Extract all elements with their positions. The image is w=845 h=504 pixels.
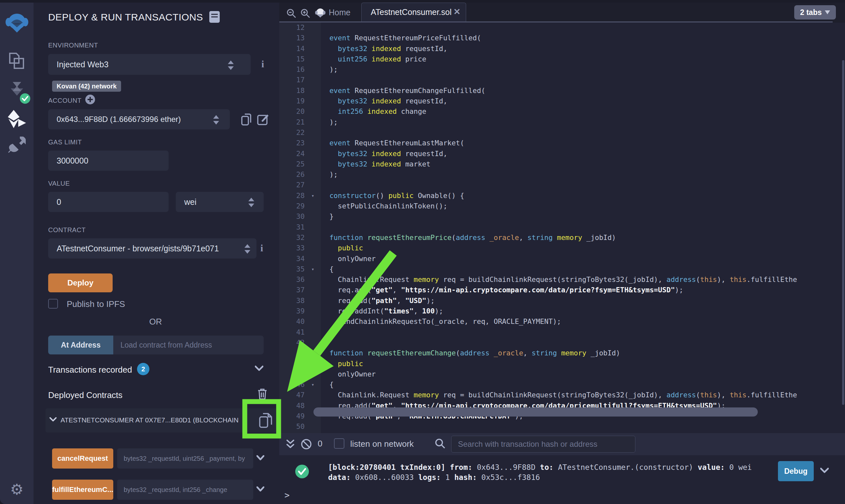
or-divider: OR bbox=[48, 317, 263, 327]
account-select[interactable]: 0x643...9F88D (1.666673996 ether) bbox=[48, 109, 230, 129]
at-address-button[interactable]: At Address bbox=[48, 336, 113, 355]
gas-limit-input[interactable]: 3000000 bbox=[48, 150, 169, 171]
copy-contract-address-icon[interactable] bbox=[258, 412, 273, 430]
contract-label: CONTRACT bbox=[48, 226, 86, 234]
collapse-terminal-double-chevron-icon[interactable] bbox=[286, 439, 295, 451]
code-line: 25 bytes32 indexed market bbox=[279, 159, 797, 169]
editor-horizontal-scrollbar[interactable] bbox=[313, 408, 758, 416]
cancel-request-button[interactable]: cancelRequest bbox=[52, 448, 113, 469]
at-address-input[interactable]: Load contract from Address bbox=[113, 336, 264, 355]
tab-active-file[interactable]: ATestnetConsumer.sol ✕ bbox=[361, 3, 466, 22]
code-line: 23 event RequestEthereumLastMarket( bbox=[279, 138, 797, 148]
terminal-search-icon bbox=[435, 438, 445, 450]
panel-title: DEPLOY & RUN TRANSACTIONS bbox=[48, 12, 203, 23]
publish-ipfs-label: Publish to IPFS bbox=[67, 299, 125, 309]
terminal-prompt[interactable]: > bbox=[284, 490, 290, 500]
value-amount: 0 bbox=[57, 197, 61, 207]
tab-home[interactable]: Home bbox=[329, 8, 350, 17]
compile-success-badge-icon bbox=[19, 93, 31, 104]
contract-value: ATestnetConsumer - browser/gists/9b71e07… bbox=[57, 244, 219, 253]
publish-ipfs-checkbox[interactable] bbox=[48, 299, 58, 309]
code-line: 27 bbox=[279, 180, 797, 190]
contract-select[interactable]: ATestnetConsumer - browser/gists/9b71e07… bbox=[48, 238, 257, 258]
debug-button[interactable]: Debug bbox=[778, 461, 814, 481]
cancel-request-expand-icon[interactable] bbox=[257, 455, 264, 462]
tx-log-line-2[interactable]: data: 0x608...60033 logs: 1 hash: 0x53c.… bbox=[328, 472, 540, 483]
code-line: 45 onlyOwner bbox=[279, 369, 797, 379]
deploy-run-panel: DEPLOY & RUN TRANSACTIONS ENVIRONMENT In… bbox=[34, 3, 279, 504]
code-lines: 1213 event RequestEthereumPriceFulfilled… bbox=[279, 22, 797, 432]
zoom-in-icon[interactable] bbox=[300, 8, 310, 19]
code-editor[interactable]: 1213 event RequestEthereumPriceFulfilled… bbox=[279, 22, 845, 433]
add-account-plus-icon[interactable] bbox=[85, 94, 96, 106]
value-unit-arrows-icon bbox=[248, 198, 254, 207]
listen-on-network-checkbox[interactable] bbox=[334, 438, 344, 449]
code-line: 40 sendChainlinkRequestTo(_oracle, req, … bbox=[279, 317, 797, 327]
deploy-and-run-icon[interactable] bbox=[0, 110, 34, 128]
file-explorer-icon[interactable] bbox=[0, 52, 34, 70]
clear-deployed-trash-icon[interactable] bbox=[257, 388, 267, 401]
contract-expand-chevron-icon[interactable] bbox=[50, 417, 57, 424]
fulfill-ethereum-expand-icon[interactable] bbox=[257, 486, 264, 493]
transactions-chevron-down-icon[interactable] bbox=[255, 365, 263, 373]
code-line: 30 } bbox=[279, 211, 797, 222]
cancel-request-params-input[interactable]: bytes32 _requestId, uint256 _payment, by bbox=[117, 448, 253, 469]
code-line: 21 ); bbox=[279, 117, 797, 127]
tabs-count-dropdown[interactable]: 2 tabs bbox=[794, 5, 836, 19]
fulfill-ethereum-params: bytes32 _requestId, int256 _change bbox=[124, 486, 227, 493]
code-line: 37 req.add("get", "https://min-api.crypt… bbox=[279, 285, 797, 295]
code-line: 18 event RequestEthereumChangeFulfilled( bbox=[279, 86, 797, 96]
terminal-search-input[interactable]: Search with transaction hash or address bbox=[451, 436, 635, 453]
code-line: 36 Chainlink.Request memory req = buildC… bbox=[279, 274, 797, 285]
tabs-dropdown-chevron-icon bbox=[825, 11, 830, 14]
fulfill-ethereum-params-input[interactable]: bytes32 _requestId, int256 _change bbox=[117, 480, 253, 500]
zoom-out-icon[interactable] bbox=[287, 8, 296, 19]
fulfill-ethereum-button[interactable]: fulfillEthereumC... bbox=[52, 480, 113, 500]
tx-expand-chevron-icon[interactable] bbox=[820, 468, 829, 475]
deployed-contract-row[interactable]: ATESTNETCONSUMER AT 0X7E7...E80D1 (BLOCK… bbox=[46, 409, 279, 432]
solidity-compiler-icon[interactable] bbox=[0, 81, 34, 102]
contract-info-icon[interactable]: i bbox=[260, 242, 263, 254]
code-line: 46▾ { bbox=[279, 379, 797, 390]
environment-select[interactable]: Injected Web3 bbox=[48, 54, 251, 75]
clear-console-ban-icon[interactable] bbox=[301, 439, 312, 451]
code-line: 41 } bbox=[279, 327, 797, 338]
tab-active-label: ATestnetConsumer.sol bbox=[371, 7, 451, 17]
environment-select-arrows-icon bbox=[228, 60, 234, 70]
account-value: 0x643...9F88D (1.666673996 ether) bbox=[57, 115, 181, 124]
documentation-book-icon[interactable] bbox=[209, 11, 220, 25]
code-line: 29 setPublicChainlinkToken(); bbox=[279, 201, 797, 211]
code-line: 34 onlyOwner bbox=[279, 254, 797, 264]
icon-rail: ⚙ bbox=[0, 3, 34, 504]
transactions-count-badge: 2 bbox=[137, 363, 150, 375]
copy-account-icon[interactable] bbox=[241, 113, 253, 127]
code-line: 38 req.add("path", "USD"); bbox=[279, 295, 797, 306]
editor-vertical-scrollbar[interactable] bbox=[842, 60, 844, 405]
cancel-request-params: bytes32 _requestId, uint256 _payment, by bbox=[124, 455, 245, 462]
settings-gear-icon[interactable]: ⚙ bbox=[0, 481, 34, 498]
remix-logo-icon[interactable] bbox=[0, 11, 34, 35]
value-input[interactable]: 0 bbox=[48, 192, 169, 212]
tx-log-line-1[interactable]: [block:20780401 txIndex:0] from: 0x643..… bbox=[328, 462, 752, 472]
account-select-arrows-icon bbox=[213, 115, 219, 125]
code-line: 22 bbox=[279, 127, 797, 138]
account-label: ACCOUNT bbox=[48, 97, 81, 104]
code-line: 14 bytes32 indexed requestId, bbox=[279, 43, 797, 54]
deploy-button[interactable]: Deploy bbox=[48, 273, 113, 292]
gas-limit-value: 3000000 bbox=[57, 156, 88, 165]
code-line: 17 bbox=[279, 75, 797, 85]
environment-value: Injected Web3 bbox=[57, 60, 108, 69]
code-line: 35▾ { bbox=[279, 264, 797, 274]
code-line: 39 req.addInt("times", 100); bbox=[279, 306, 797, 317]
tx-success-check-icon bbox=[295, 464, 309, 480]
environment-info-icon[interactable]: i bbox=[261, 58, 264, 70]
code-line: 19 bytes32 indexed requestId, bbox=[279, 96, 797, 106]
code-line: 26 ); bbox=[279, 169, 797, 180]
tab-close-icon[interactable]: ✕ bbox=[453, 7, 461, 17]
transactions-recorded-label: Transactions recorded bbox=[48, 365, 132, 375]
code-line: 47 Chainlink.Request memory req = buildC… bbox=[279, 390, 797, 400]
plugin-manager-icon[interactable] bbox=[0, 137, 34, 154]
home-tab-logo-icon bbox=[314, 7, 326, 20]
edit-account-pencil-icon[interactable] bbox=[257, 113, 269, 127]
code-line: 33 public bbox=[279, 243, 797, 253]
